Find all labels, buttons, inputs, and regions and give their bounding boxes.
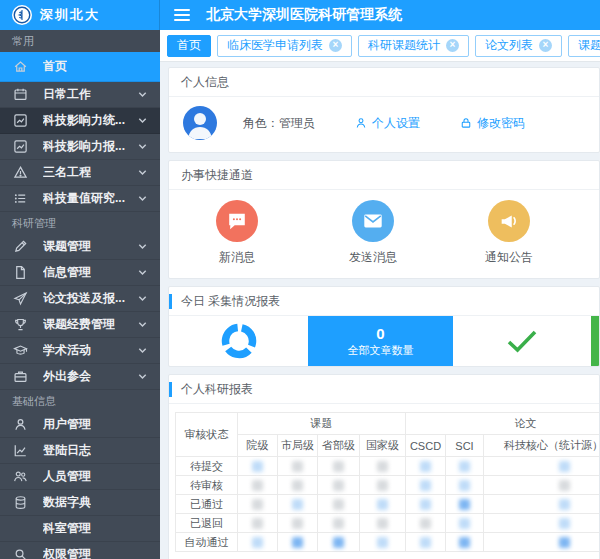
blurred-value xyxy=(459,537,470,548)
blurred-value-cell[interactable] xyxy=(278,514,318,533)
blurred-value xyxy=(292,499,303,510)
blurred-value-cell[interactable] xyxy=(360,514,406,533)
tab[interactable]: 首页 xyxy=(167,35,211,57)
avatar[interactable] xyxy=(183,106,217,140)
top-bar: 深圳北大 北京大学深圳医院科研管理系统 xyxy=(0,0,600,30)
hospital-logo-icon xyxy=(12,5,32,25)
blurred-value-cell[interactable] xyxy=(360,495,406,514)
blurred-value-cell[interactable] xyxy=(238,533,278,552)
quick-channel-item[interactable]: 通知公告 xyxy=(441,200,577,266)
blurred-value-cell[interactable] xyxy=(484,514,600,533)
blurred-value-cell[interactable] xyxy=(278,476,318,495)
sidebar-item[interactable]: 课题经费管理 xyxy=(0,312,160,338)
total-articles-stat[interactable]: 0 全部文章数量 xyxy=(308,316,453,366)
blurred-value-cell[interactable] xyxy=(446,495,484,514)
blurred-value-cell[interactable] xyxy=(318,476,360,495)
chevron-down-icon xyxy=(137,293,148,304)
tab[interactable]: 论文列表× xyxy=(475,35,562,57)
loading-spinner-icon xyxy=(169,316,308,366)
quick-channel-item[interactable]: 新消息 xyxy=(169,200,305,266)
sidebar-item[interactable]: 科技影响力统... xyxy=(0,108,160,134)
chevron-down-icon xyxy=(137,141,148,152)
tab-close-icon[interactable]: × xyxy=(539,39,552,52)
blurred-value-cell[interactable] xyxy=(278,533,318,552)
user-icon xyxy=(13,417,28,432)
tab-label: 科研课题统计 xyxy=(368,37,440,54)
blurred-value-cell[interactable] xyxy=(484,495,600,514)
blurred-value-cell[interactable] xyxy=(318,514,360,533)
personal-settings-link[interactable]: 个人设置 xyxy=(355,115,420,132)
tab-close-icon[interactable]: × xyxy=(329,39,342,52)
sidebar-item[interactable]: 科技量值研究... xyxy=(0,186,160,212)
blurred-value-cell[interactable] xyxy=(406,495,446,514)
blurred-value-cell[interactable] xyxy=(238,495,278,514)
blurred-value-cell[interactable] xyxy=(446,457,484,476)
col-header-review-status: 审核状态 xyxy=(176,413,238,457)
sidebar-item[interactable]: 科室管理 xyxy=(0,516,160,542)
sidebar-item[interactable]: 权限管理 xyxy=(0,542,160,559)
blurred-value-cell[interactable] xyxy=(318,495,360,514)
blurred-value-cell[interactable] xyxy=(484,457,600,476)
sidebar-item-label: 科技影响力统... xyxy=(43,112,125,129)
blurred-value-cell[interactable] xyxy=(446,476,484,495)
blurred-value-cell[interactable] xyxy=(238,457,278,476)
blurred-value-cell[interactable] xyxy=(406,514,446,533)
blurred-value-cell[interactable] xyxy=(360,476,406,495)
blurred-value-cell[interactable] xyxy=(406,533,446,552)
tab-close-icon[interactable]: × xyxy=(446,39,459,52)
blurred-value-cell[interactable] xyxy=(446,514,484,533)
sidebar-item[interactable]: 登陆日志 xyxy=(0,438,160,464)
tab[interactable]: 临床医学申请列表× xyxy=(217,35,352,57)
quick-channel-label: 发送消息 xyxy=(349,249,397,266)
blurred-value xyxy=(459,480,470,491)
sidebar-item[interactable]: 用户管理 xyxy=(0,412,160,438)
table-row: 自动通过 xyxy=(176,533,600,552)
blurred-value-cell[interactable] xyxy=(360,457,406,476)
blurred-value-cell[interactable] xyxy=(278,457,318,476)
sidebar-item[interactable]: 外出参会 xyxy=(0,364,160,390)
sidebar-item[interactable]: 三名工程 xyxy=(0,160,160,186)
sidebar-item[interactable]: 论文投送及报... xyxy=(0,286,160,312)
blurred-value-cell[interactable] xyxy=(278,495,318,514)
blurred-value-cell[interactable] xyxy=(318,457,360,476)
tab[interactable]: 课题费用报表× xyxy=(568,35,600,57)
blurred-value-cell[interactable] xyxy=(238,476,278,495)
blurred-value xyxy=(459,499,470,510)
blurred-value-cell[interactable] xyxy=(406,457,446,476)
today-report-card: 今日 采集情况报表 0 全部文章数量 xyxy=(168,286,600,367)
chevron-down-icon xyxy=(137,193,148,204)
sidebar-item[interactable]: 人员管理 xyxy=(0,464,160,490)
home-icon xyxy=(13,59,28,74)
sidebar-item[interactable]: 首页 xyxy=(0,52,160,82)
sidebar-item-label: 科技量值研究... xyxy=(43,190,125,207)
chevron-down-icon xyxy=(137,345,148,356)
tab[interactable]: 科研课题统计× xyxy=(358,35,469,57)
blurred-value xyxy=(420,480,431,491)
blurred-value-cell[interactable] xyxy=(360,533,406,552)
sidebar-item[interactable]: 课题管理 xyxy=(0,234,160,260)
table-row: 待提交 xyxy=(176,457,600,476)
sidebar-item-label: 权限管理 xyxy=(43,546,91,559)
quick-channel-item[interactable]: 发送消息 xyxy=(305,200,441,266)
blurred-value xyxy=(333,499,344,510)
quick-channels-title: 办事快捷通道 xyxy=(169,161,599,190)
sidebar-item[interactable]: 日常工作 xyxy=(0,82,160,108)
sidebar-item[interactable]: 数据字典 xyxy=(0,490,160,516)
sidebar-item[interactable]: 学术活动 xyxy=(0,338,160,364)
blurred-value xyxy=(559,518,570,529)
mail-icon xyxy=(352,200,394,242)
blurred-value-cell[interactable] xyxy=(484,476,600,495)
menu-toggle-icon[interactable] xyxy=(174,9,190,21)
sidebar-item[interactable]: 科技影响力报... xyxy=(0,134,160,160)
calendar-icon xyxy=(13,87,28,102)
col-header: CSCD xyxy=(406,435,446,457)
blurred-value-cell[interactable] xyxy=(406,476,446,495)
sidebar-item-label: 科室管理 xyxy=(43,520,91,537)
blurred-value-cell[interactable] xyxy=(446,533,484,552)
blurred-value xyxy=(559,537,570,548)
change-password-link[interactable]: 修改密码 xyxy=(460,115,525,132)
blurred-value-cell[interactable] xyxy=(484,533,600,552)
sidebar-item[interactable]: 信息管理 xyxy=(0,260,160,286)
blurred-value-cell[interactable] xyxy=(318,533,360,552)
blurred-value-cell[interactable] xyxy=(238,514,278,533)
